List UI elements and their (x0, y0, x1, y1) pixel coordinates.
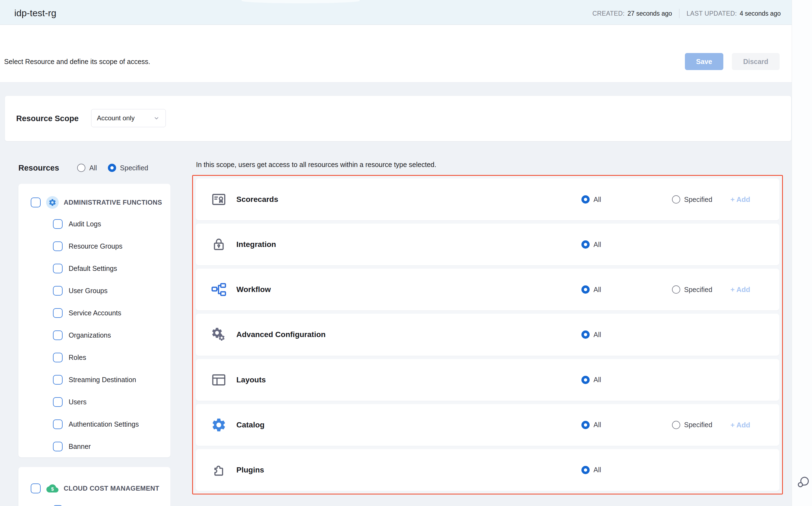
item-checkbox[interactable] (53, 442, 63, 451)
group-label: ADMINISTRATIVE FUNCTIONS (64, 198, 162, 206)
resource-item-row[interactable]: Default Settings (18, 257, 171, 280)
timestamp-divider (679, 9, 680, 18)
item-label: Resource Groups (69, 242, 122, 250)
resource-types-highlight-box: Scorecards All Specified + Add Integrati… (192, 175, 783, 495)
group-checkbox[interactable] (31, 197, 40, 207)
resource-item-row[interactable]: Streaming Destination (18, 369, 171, 391)
resource-type-label: Advanced Configuration (236, 330, 325, 339)
last-updated-value: 4 seconds ago (739, 10, 781, 17)
gear-blue-icon (211, 417, 227, 433)
row-all-label[interactable]: All (594, 286, 601, 293)
item-checkbox[interactable] (53, 242, 63, 251)
row-add-link[interactable]: + Add (730, 285, 750, 294)
row-all-radio[interactable] (582, 421, 590, 429)
resource-type-label: Scorecards (236, 195, 278, 204)
row-specified-label[interactable]: Specified (684, 195, 712, 203)
resource-group-header[interactable]: ADMINISTRATIVE FUNCTIONS (18, 192, 171, 213)
row-specified-label[interactable]: Specified (684, 421, 712, 429)
page-header: idp-test-rg CREATED: 27 seconds ago LAST… (0, 0, 792, 25)
item-checkbox[interactable] (53, 375, 63, 385)
row-specified-option: Specified (672, 421, 712, 429)
item-checkbox[interactable] (53, 219, 63, 229)
resource-item-row[interactable]: Roles (18, 346, 171, 369)
row-specified-radio[interactable] (672, 421, 680, 429)
resource-type-row: Advanced Configuration All (196, 314, 779, 355)
row-all-radio[interactable] (582, 240, 590, 249)
row-all-radio[interactable] (582, 466, 590, 474)
row-all-radio[interactable] (582, 376, 590, 384)
resource-type-row: Plugins All (196, 449, 779, 491)
row-all-label[interactable]: All (594, 466, 601, 474)
resource-item-row[interactable]: Resource Groups (18, 235, 171, 257)
administrative-functions-gear-icon (46, 196, 59, 209)
item-checkbox[interactable] (53, 264, 63, 273)
last-updated-label: LAST UPDATED: (687, 10, 737, 17)
resource-scope-label: Resource Scope (16, 114, 79, 123)
item-label: Authentication Settings (69, 420, 139, 428)
item-checkbox[interactable] (53, 419, 63, 429)
row-specified-radio[interactable] (672, 285, 680, 293)
resource-type-row: Layouts All (196, 359, 779, 401)
row-add-link[interactable]: + Add (730, 421, 750, 429)
resource-type-row: Integration All (196, 224, 779, 265)
resources-all-radio[interactable] (77, 164, 85, 172)
row-all-option: All (582, 421, 601, 429)
discard-button[interactable]: Discard (732, 53, 780, 70)
resource-item-row[interactable]: User Groups (18, 280, 171, 302)
resource-type-row: Catalog All Specified + Add (196, 404, 779, 446)
item-label: Roles (69, 353, 86, 361)
save-button[interactable]: Save (685, 53, 723, 70)
row-add-link[interactable]: + Add (730, 195, 750, 204)
resources-specified-radio[interactable] (108, 164, 116, 172)
header-arc-decoration (241, 0, 360, 3)
row-all-label[interactable]: All (594, 376, 601, 384)
item-label: Service Accounts (69, 309, 121, 317)
item-checkbox[interactable] (53, 353, 63, 362)
resource-type-row: Workflow All Specified + Add (196, 269, 779, 311)
resources-specified-label[interactable]: Specified (120, 164, 148, 172)
row-specified-label[interactable]: Specified (684, 286, 712, 293)
resource-type-label: Workflow (236, 285, 271, 294)
created-value: 27 seconds ago (627, 10, 672, 17)
item-label: Audit Logs (69, 220, 101, 228)
resource-item-row[interactable]: Banner (18, 435, 171, 457)
resource-group-header[interactable]: $ CLOUD COST MANAGEMENT (18, 478, 171, 499)
row-all-radio[interactable] (582, 195, 590, 203)
resources-all-label[interactable]: All (89, 164, 97, 172)
row-specified-option: Specified (672, 195, 712, 203)
timestamps: CREATED: 27 seconds ago LAST UPDATED: 4 … (592, 9, 781, 18)
item-checkbox[interactable] (53, 330, 63, 340)
item-label: User Groups (69, 287, 108, 295)
resource-item-row[interactable]: Users (18, 391, 171, 413)
resource-item-row[interactable]: Service Accounts (18, 302, 171, 324)
row-all-radio[interactable] (582, 330, 590, 339)
resources-title: Resources (18, 163, 59, 172)
item-checkbox[interactable] (53, 286, 63, 296)
resource-item-row[interactable]: Authentication Settings (18, 413, 171, 435)
row-specified-radio[interactable] (672, 195, 680, 203)
resource-type-label: Layouts (236, 375, 266, 384)
resource-type-label: Plugins (236, 466, 264, 475)
group-checkbox[interactable] (31, 484, 40, 493)
gears-icon (211, 327, 227, 343)
action-toolbar: Select Resource and define its scope of … (0, 25, 792, 82)
item-label: Streaming Destination (69, 376, 136, 384)
item-label: Default Settings (69, 264, 117, 272)
row-all-radio[interactable] (582, 285, 590, 293)
resource-item-row[interactable]: Recommendations (18, 499, 171, 506)
item-label: Users (69, 398, 87, 406)
lock-icon (211, 237, 227, 252)
resource-scope-dropdown[interactable]: Account only (91, 109, 166, 127)
chat-help-icon[interactable] (796, 475, 810, 490)
resource-item-row[interactable]: Organizations (18, 324, 171, 346)
resource-scope-selected-value: Account only (97, 114, 153, 122)
row-all-label[interactable]: All (594, 195, 601, 203)
item-checkbox[interactable] (53, 308, 63, 318)
item-checkbox[interactable] (53, 397, 63, 407)
scope-note: In this scope, users get access to all r… (196, 161, 436, 169)
row-all-label[interactable]: All (594, 241, 601, 249)
row-all-label[interactable]: All (594, 421, 601, 429)
resource-group-page: idp-test-rg CREATED: 27 seconds ago LAST… (0, 0, 812, 506)
row-all-label[interactable]: All (594, 331, 601, 339)
resource-item-row[interactable]: Audit Logs (18, 213, 171, 235)
